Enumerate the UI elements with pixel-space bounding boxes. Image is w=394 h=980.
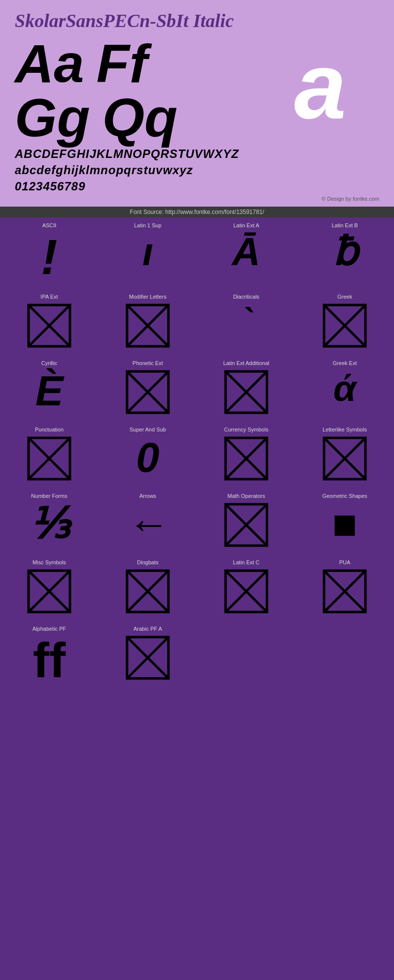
glyph-label: Punctuation xyxy=(35,427,64,432)
glyph-label: Modifier Letters xyxy=(129,294,166,300)
glyph-grid: ASCII!Latin 1 SupıLatin Ext AĀLatin Ext … xyxy=(0,217,394,692)
glyph-label: Number Forms xyxy=(31,493,67,499)
glyph-label: Arabic PF A xyxy=(133,626,162,632)
glyph-cell: Punctuation xyxy=(0,422,98,488)
glyph-label: Cyrillic xyxy=(41,360,57,366)
glyph-cell: Diacriticals` xyxy=(197,289,296,355)
header-section: SkolarSansPECn-SbIt Italic Aa Ff Gg Qq a… xyxy=(0,0,394,207)
glyph-label: Math Operators xyxy=(228,493,265,499)
glyph-character: È xyxy=(35,370,64,412)
missing-glyph-box xyxy=(323,304,367,348)
glyph-cell: Arrows← xyxy=(98,488,197,554)
glyph-cell: Letterlike Symbols xyxy=(296,422,394,488)
glyph-cell: Latin Ext AĀ xyxy=(197,217,296,289)
glyph-character: ⅓ xyxy=(29,503,69,545)
glyph-character: ! xyxy=(41,232,57,281)
glyph-cell: Latin Ext C xyxy=(197,554,296,621)
glyph-label: Greek xyxy=(337,294,352,300)
glyph-label: Latin 1 Sup xyxy=(134,222,162,228)
missing-glyph-box xyxy=(224,436,268,481)
glyph-cell: Latin Ext Additional xyxy=(197,355,296,422)
glyph-cell: Modifier Letters xyxy=(98,289,197,355)
glyph-character: 0 xyxy=(136,436,159,478)
missing-glyph-box xyxy=(126,636,170,680)
glyph-cell: Misc Symbols xyxy=(0,554,98,621)
glyph-label: Misc Symbols xyxy=(33,559,66,565)
missing-glyph-box xyxy=(323,436,367,481)
glyph-label: Phonetic Ext xyxy=(132,360,163,366)
missing-glyph-box xyxy=(323,569,367,613)
glyph-cell: IPA Ext xyxy=(0,289,98,355)
digit-sample: 0123456789 xyxy=(15,180,379,193)
glyph-label: Latin Ext Additional xyxy=(223,360,269,366)
glyph-cell: Latin Ext Bƀ xyxy=(296,217,394,289)
glyph-cell: Greek xyxy=(296,289,394,355)
missing-glyph-box xyxy=(224,503,268,547)
glyph-character: ` xyxy=(240,304,252,338)
large-sample-letter: a xyxy=(294,39,346,132)
lowercase-alphabet: abcdefghijklmnopqrstuvwxyz xyxy=(15,163,379,177)
missing-glyph-box xyxy=(27,569,71,613)
glyph-label: Geometric Shapes xyxy=(322,493,367,499)
glyph-character: ■ xyxy=(332,503,357,545)
glyph-cell: CyrillicÈ xyxy=(0,355,98,422)
glyph-label: ASCII xyxy=(42,222,57,228)
glyph-cell: Greek Extά xyxy=(296,355,394,422)
glyph-label: Latin Ext C xyxy=(233,559,260,565)
glyph-cell: ASCII! xyxy=(0,217,98,289)
glyph-label: PUA xyxy=(339,559,351,565)
sample-letter-g: Gg xyxy=(15,91,90,145)
glyph-character: ά xyxy=(333,370,357,407)
missing-glyph-box xyxy=(224,569,268,613)
glyph-cell: Alphabetic PFff xyxy=(0,621,98,692)
missing-glyph-box xyxy=(224,370,268,414)
glyph-label: Dingbats xyxy=(137,559,158,565)
glyph-label: IPA Ext xyxy=(40,294,58,300)
glyph-character: Ā xyxy=(232,232,261,272)
glyph-cell: Currency Symbols xyxy=(197,422,296,488)
glyph-label: Diacriticals xyxy=(233,294,259,300)
glyph-cell: Super And Sub0 xyxy=(98,422,197,488)
glyph-character: ı xyxy=(142,232,153,272)
glyph-character: ff xyxy=(33,636,66,685)
glyph-label: Currency Symbols xyxy=(224,427,268,432)
glyph-cell: Geometric Shapes■ xyxy=(296,488,394,554)
glyph-label: Alphabetic PF xyxy=(33,626,66,632)
copyright: © Design by fontke.com xyxy=(15,196,379,202)
glyph-cell: Number Forms⅓ xyxy=(0,488,98,554)
glyph-character: ← xyxy=(127,503,169,545)
missing-glyph-box xyxy=(126,370,170,414)
glyph-cell: Arabic PF A xyxy=(98,621,197,692)
glyph-label: Greek Ext xyxy=(333,360,357,366)
glyph-label: Arrows xyxy=(139,493,156,499)
glyph-cell: Math Operators xyxy=(197,488,296,554)
glyph-label: Latin Ext B xyxy=(331,222,358,228)
missing-glyph-box xyxy=(126,304,170,348)
font-title: SkolarSansPECn-SbIt Italic xyxy=(15,10,379,31)
glyph-cell: Phonetic Ext xyxy=(98,355,197,422)
glyph-cell: Dingbats xyxy=(98,554,197,621)
source-bar: Font Source: http://www.fontke.com/font/… xyxy=(0,207,394,217)
glyph-cell: PUA xyxy=(296,554,394,621)
uppercase-alphabet: ABCDEFGHIJKLMNOPQRSTUVWXYZ xyxy=(15,147,379,161)
glyph-character: ƀ xyxy=(332,232,358,272)
missing-glyph-box xyxy=(126,569,170,613)
glyph-label: Super And Sub xyxy=(130,427,166,432)
sample-letter-a: Aa xyxy=(15,36,84,91)
sample-letter-f: Ff xyxy=(97,36,148,91)
missing-glyph-box xyxy=(27,304,71,348)
glyph-label: Letterlike Symbols xyxy=(323,427,367,432)
missing-glyph-box xyxy=(27,436,71,481)
sample-letter-q: Qq xyxy=(102,91,178,145)
glyph-cell: Latin 1 Supı xyxy=(98,217,197,289)
glyph-label: Latin Ext A xyxy=(233,222,260,228)
